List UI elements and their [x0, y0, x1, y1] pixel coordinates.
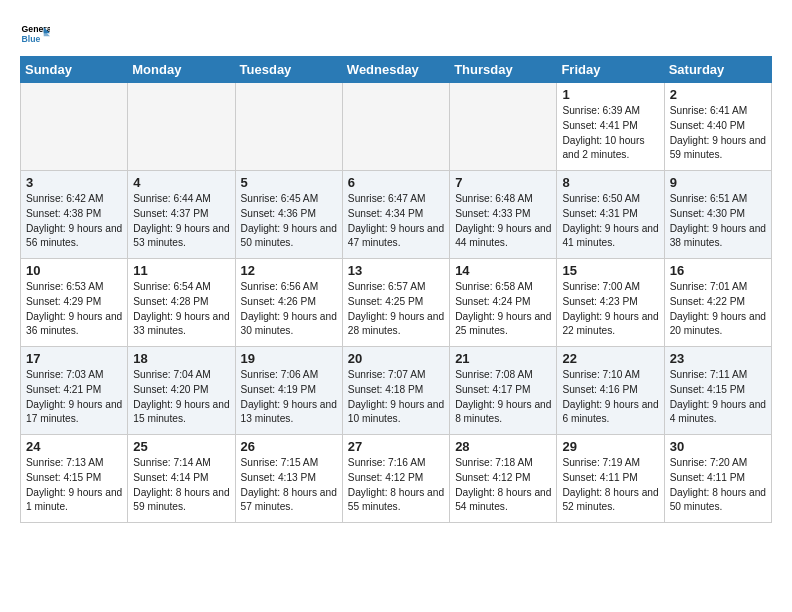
day-info: Sunrise: 7:11 AM Sunset: 4:15 PM Dayligh…: [670, 368, 766, 427]
day-info: Sunrise: 7:10 AM Sunset: 4:16 PM Dayligh…: [562, 368, 658, 427]
day-info: Sunrise: 6:54 AM Sunset: 4:28 PM Dayligh…: [133, 280, 229, 339]
calendar-cell: 9Sunrise: 6:51 AM Sunset: 4:30 PM Daylig…: [664, 171, 771, 259]
day-number: 19: [241, 351, 337, 366]
calendar-cell: 28Sunrise: 7:18 AM Sunset: 4:12 PM Dayli…: [450, 435, 557, 523]
weekday-header-saturday: Saturday: [664, 57, 771, 83]
calendar-cell: 19Sunrise: 7:06 AM Sunset: 4:19 PM Dayli…: [235, 347, 342, 435]
calendar-cell: 27Sunrise: 7:16 AM Sunset: 4:12 PM Dayli…: [342, 435, 449, 523]
calendar-cell: 30Sunrise: 7:20 AM Sunset: 4:11 PM Dayli…: [664, 435, 771, 523]
calendar: SundayMondayTuesdayWednesdayThursdayFrid…: [20, 56, 772, 523]
weekday-header-thursday: Thursday: [450, 57, 557, 83]
day-number: 4: [133, 175, 229, 190]
day-number: 30: [670, 439, 766, 454]
weekday-header-row: SundayMondayTuesdayWednesdayThursdayFrid…: [21, 57, 772, 83]
day-number: 3: [26, 175, 122, 190]
logo-icon: General Blue: [20, 20, 50, 48]
calendar-cell: 7Sunrise: 6:48 AM Sunset: 4:33 PM Daylig…: [450, 171, 557, 259]
calendar-cell: 18Sunrise: 7:04 AM Sunset: 4:20 PM Dayli…: [128, 347, 235, 435]
day-info: Sunrise: 6:42 AM Sunset: 4:38 PM Dayligh…: [26, 192, 122, 251]
logo: General Blue: [20, 20, 54, 48]
day-info: Sunrise: 7:14 AM Sunset: 4:14 PM Dayligh…: [133, 456, 229, 515]
day-info: Sunrise: 7:08 AM Sunset: 4:17 PM Dayligh…: [455, 368, 551, 427]
day-info: Sunrise: 7:18 AM Sunset: 4:12 PM Dayligh…: [455, 456, 551, 515]
calendar-cell: 29Sunrise: 7:19 AM Sunset: 4:11 PM Dayli…: [557, 435, 664, 523]
day-number: 9: [670, 175, 766, 190]
day-number: 13: [348, 263, 444, 278]
day-number: 2: [670, 87, 766, 102]
day-info: Sunrise: 6:39 AM Sunset: 4:41 PM Dayligh…: [562, 104, 658, 163]
day-number: 24: [26, 439, 122, 454]
week-row-1: 1Sunrise: 6:39 AM Sunset: 4:41 PM Daylig…: [21, 83, 772, 171]
day-number: 8: [562, 175, 658, 190]
day-number: 15: [562, 263, 658, 278]
day-info: Sunrise: 6:53 AM Sunset: 4:29 PM Dayligh…: [26, 280, 122, 339]
day-number: 11: [133, 263, 229, 278]
day-info: Sunrise: 6:56 AM Sunset: 4:26 PM Dayligh…: [241, 280, 337, 339]
calendar-cell: 4Sunrise: 6:44 AM Sunset: 4:37 PM Daylig…: [128, 171, 235, 259]
day-info: Sunrise: 7:16 AM Sunset: 4:12 PM Dayligh…: [348, 456, 444, 515]
calendar-cell: 3Sunrise: 6:42 AM Sunset: 4:38 PM Daylig…: [21, 171, 128, 259]
calendar-cell: 11Sunrise: 6:54 AM Sunset: 4:28 PM Dayli…: [128, 259, 235, 347]
weekday-header-friday: Friday: [557, 57, 664, 83]
calendar-cell: 26Sunrise: 7:15 AM Sunset: 4:13 PM Dayli…: [235, 435, 342, 523]
calendar-cell: 1Sunrise: 6:39 AM Sunset: 4:41 PM Daylig…: [557, 83, 664, 171]
week-row-2: 3Sunrise: 6:42 AM Sunset: 4:38 PM Daylig…: [21, 171, 772, 259]
day-number: 18: [133, 351, 229, 366]
day-info: Sunrise: 6:48 AM Sunset: 4:33 PM Dayligh…: [455, 192, 551, 251]
calendar-cell: 20Sunrise: 7:07 AM Sunset: 4:18 PM Dayli…: [342, 347, 449, 435]
day-info: Sunrise: 6:44 AM Sunset: 4:37 PM Dayligh…: [133, 192, 229, 251]
week-row-3: 10Sunrise: 6:53 AM Sunset: 4:29 PM Dayli…: [21, 259, 772, 347]
day-number: 25: [133, 439, 229, 454]
calendar-cell: 10Sunrise: 6:53 AM Sunset: 4:29 PM Dayli…: [21, 259, 128, 347]
day-number: 29: [562, 439, 658, 454]
day-number: 23: [670, 351, 766, 366]
day-number: 20: [348, 351, 444, 366]
day-info: Sunrise: 6:45 AM Sunset: 4:36 PM Dayligh…: [241, 192, 337, 251]
day-info: Sunrise: 7:03 AM Sunset: 4:21 PM Dayligh…: [26, 368, 122, 427]
weekday-header-sunday: Sunday: [21, 57, 128, 83]
day-number: 27: [348, 439, 444, 454]
calendar-cell: [235, 83, 342, 171]
day-info: Sunrise: 6:50 AM Sunset: 4:31 PM Dayligh…: [562, 192, 658, 251]
day-number: 21: [455, 351, 551, 366]
day-number: 1: [562, 87, 658, 102]
day-number: 12: [241, 263, 337, 278]
day-info: Sunrise: 6:47 AM Sunset: 4:34 PM Dayligh…: [348, 192, 444, 251]
day-number: 6: [348, 175, 444, 190]
weekday-header-tuesday: Tuesday: [235, 57, 342, 83]
calendar-cell: 6Sunrise: 6:47 AM Sunset: 4:34 PM Daylig…: [342, 171, 449, 259]
day-info: Sunrise: 7:07 AM Sunset: 4:18 PM Dayligh…: [348, 368, 444, 427]
calendar-cell: 15Sunrise: 7:00 AM Sunset: 4:23 PM Dayli…: [557, 259, 664, 347]
day-info: Sunrise: 7:01 AM Sunset: 4:22 PM Dayligh…: [670, 280, 766, 339]
calendar-cell: 22Sunrise: 7:10 AM Sunset: 4:16 PM Dayli…: [557, 347, 664, 435]
calendar-cell: 17Sunrise: 7:03 AM Sunset: 4:21 PM Dayli…: [21, 347, 128, 435]
calendar-cell: 24Sunrise: 7:13 AM Sunset: 4:15 PM Dayli…: [21, 435, 128, 523]
day-info: Sunrise: 7:04 AM Sunset: 4:20 PM Dayligh…: [133, 368, 229, 427]
day-info: Sunrise: 6:58 AM Sunset: 4:24 PM Dayligh…: [455, 280, 551, 339]
day-number: 22: [562, 351, 658, 366]
day-number: 17: [26, 351, 122, 366]
calendar-cell: [342, 83, 449, 171]
day-info: Sunrise: 6:41 AM Sunset: 4:40 PM Dayligh…: [670, 104, 766, 163]
page: General Blue SundayMondayTuesdayWednesda…: [0, 0, 792, 533]
calendar-cell: 21Sunrise: 7:08 AM Sunset: 4:17 PM Dayli…: [450, 347, 557, 435]
calendar-cell: 16Sunrise: 7:01 AM Sunset: 4:22 PM Dayli…: [664, 259, 771, 347]
calendar-cell: 8Sunrise: 6:50 AM Sunset: 4:31 PM Daylig…: [557, 171, 664, 259]
day-info: Sunrise: 7:15 AM Sunset: 4:13 PM Dayligh…: [241, 456, 337, 515]
svg-text:Blue: Blue: [22, 34, 41, 44]
day-number: 14: [455, 263, 551, 278]
calendar-cell: 14Sunrise: 6:58 AM Sunset: 4:24 PM Dayli…: [450, 259, 557, 347]
weekday-header-wednesday: Wednesday: [342, 57, 449, 83]
day-info: Sunrise: 6:51 AM Sunset: 4:30 PM Dayligh…: [670, 192, 766, 251]
day-number: 10: [26, 263, 122, 278]
week-row-5: 24Sunrise: 7:13 AM Sunset: 4:15 PM Dayli…: [21, 435, 772, 523]
calendar-cell: 13Sunrise: 6:57 AM Sunset: 4:25 PM Dayli…: [342, 259, 449, 347]
day-number: 28: [455, 439, 551, 454]
calendar-cell: 23Sunrise: 7:11 AM Sunset: 4:15 PM Dayli…: [664, 347, 771, 435]
weekday-header-monday: Monday: [128, 57, 235, 83]
day-info: Sunrise: 7:06 AM Sunset: 4:19 PM Dayligh…: [241, 368, 337, 427]
header: General Blue: [20, 16, 772, 48]
day-number: 7: [455, 175, 551, 190]
day-number: 26: [241, 439, 337, 454]
calendar-cell: [450, 83, 557, 171]
